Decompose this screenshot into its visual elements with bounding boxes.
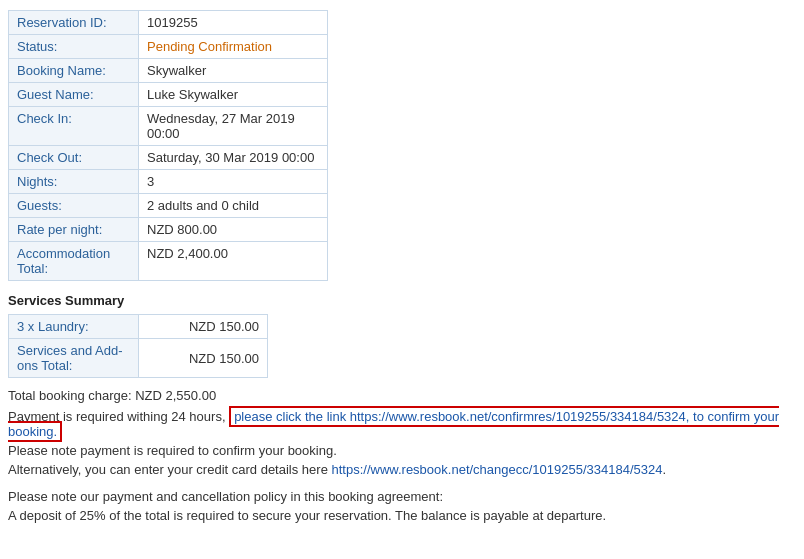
guest-name-label: Guest Name: xyxy=(9,83,139,107)
services-table: 3 x Laundry: NZD 150.00 Services and Add… xyxy=(8,314,268,378)
table-row: Check In: Wednesday, 27 Mar 2019 00:00 xyxy=(9,107,328,146)
services-total-value: NZD 150.00 xyxy=(139,339,268,378)
status-value: Pending Confirmation xyxy=(139,35,328,59)
services-total-label: Services and Add-ons Total: xyxy=(9,339,139,378)
table-row: Check Out: Saturday, 30 Mar 2019 00:00 xyxy=(9,146,328,170)
status-label: Status: xyxy=(9,35,139,59)
rate-label: Rate per night: xyxy=(9,218,139,242)
note-credit-card-text: Alternatively, you can enter your credit… xyxy=(8,462,331,477)
table-row: Rate per night: NZD 800.00 xyxy=(9,218,328,242)
table-row: Nights: 3 xyxy=(9,170,328,194)
policy-text: A deposit of 25% of the total is require… xyxy=(8,508,796,523)
table-row: Accommodation Total: NZD 2,400.00 xyxy=(9,242,328,281)
booking-name-value: Skywalker xyxy=(139,59,328,83)
checkin-value: Wednesday, 27 Mar 2019 00:00 xyxy=(139,107,328,146)
guests-value: 2 adults and 0 child xyxy=(139,194,328,218)
changecc-link[interactable]: https://www.resbook.net/changecc/1019255… xyxy=(331,462,662,477)
booking-name-label: Booking Name: xyxy=(9,59,139,83)
reservation-id-value: 1019255 xyxy=(139,11,328,35)
laundry-label: 3 x Laundry: xyxy=(9,315,139,339)
note-payment-required: Please note payment is required to confi… xyxy=(8,443,796,458)
reservation-info-table: Reservation ID: 1019255 Status: Pending … xyxy=(8,10,328,281)
checkout-value: Saturday, 30 Mar 2019 00:00 xyxy=(139,146,328,170)
policy-title: Please note our payment and cancellation… xyxy=(8,489,796,504)
table-row: Status: Pending Confirmation xyxy=(9,35,328,59)
nights-value: 3 xyxy=(139,170,328,194)
table-row: Guests: 2 adults and 0 child xyxy=(9,194,328,218)
accom-total-label: Accommodation Total: xyxy=(9,242,139,281)
main-container: Reservation ID: 1019255 Status: Pending … xyxy=(0,0,804,533)
table-row: Reservation ID: 1019255 xyxy=(9,11,328,35)
checkin-label: Check In: xyxy=(9,107,139,146)
reservation-id-label: Reservation ID: xyxy=(9,11,139,35)
rate-value: NZD 800.00 xyxy=(139,218,328,242)
payment-line: Payment is required withing 24 hours, pl… xyxy=(8,409,796,439)
note-credit-card: Alternatively, you can enter your credit… xyxy=(8,462,796,477)
laundry-value: NZD 150.00 xyxy=(139,315,268,339)
guest-name-value: Luke Skywalker xyxy=(139,83,328,107)
policy-section: Please note our payment and cancellation… xyxy=(8,489,796,523)
table-row: Booking Name: Skywalker xyxy=(9,59,328,83)
accom-total-value: NZD 2,400.00 xyxy=(139,242,328,281)
table-row: 3 x Laundry: NZD 150.00 xyxy=(9,315,268,339)
guests-label: Guests: xyxy=(9,194,139,218)
table-row: Guest Name: Luke Skywalker xyxy=(9,83,328,107)
nights-label: Nights: xyxy=(9,170,139,194)
total-charge-line: Total booking charge: NZD 2,550.00 xyxy=(8,388,796,403)
table-row: Services and Add-ons Total: NZD 150.00 xyxy=(9,339,268,378)
checkout-label: Check Out: xyxy=(9,146,139,170)
services-section-title: Services Summary xyxy=(8,293,796,308)
